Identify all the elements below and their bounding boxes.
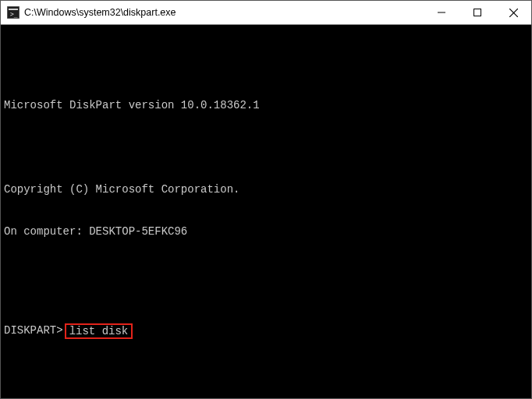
close-button[interactable] (495, 1, 531, 24)
prompt-text: DISKPART> (4, 323, 63, 337)
diskpart-window: >_ C:\Windows\system32\diskpart.exe (0, 0, 532, 399)
cmd-list-disk: list disk (65, 323, 133, 339)
blank-line (4, 140, 528, 154)
copyright-line: Copyright (C) Microsoft Corporation. (4, 182, 528, 196)
app-icon: >_ (7, 6, 20, 19)
minimize-button[interactable] (424, 1, 459, 24)
blank-line (4, 267, 528, 281)
computer-line: On computer: DESKTOP-5EFKC96 (4, 224, 528, 238)
window-controls (424, 1, 531, 24)
svg-rect-1 (9, 9, 18, 10)
maximize-icon (473, 9, 481, 16)
close-icon (509, 9, 518, 17)
titlebar[interactable]: >_ C:\Windows\system32\diskpart.exe (1, 1, 531, 25)
minimize-icon (438, 9, 445, 16)
svg-text:>_: >_ (10, 11, 18, 18)
prompt-line-1: DISKPART>list disk (4, 323, 528, 338)
blank-line (4, 56, 528, 70)
terminal-area[interactable]: Microsoft DiskPart version 10.0.18362.1 … (1, 25, 531, 398)
blank-line (4, 380, 528, 394)
version-line: Microsoft DiskPart version 10.0.18362.1 (4, 98, 528, 112)
maximize-button[interactable] (459, 1, 495, 24)
window-title: C:\Windows\system32\diskpart.exe (24, 7, 424, 18)
svg-rect-4 (474, 9, 481, 16)
